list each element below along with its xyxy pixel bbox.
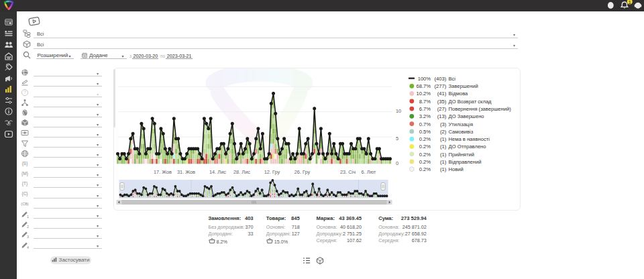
svg-text:(3): (3)	[440, 121, 447, 127]
svg-text:(2): (2)	[440, 128, 447, 134]
svg-text:{CB}: {CB}	[21, 202, 28, 206]
svg-text:{C}: {C}	[21, 191, 28, 197]
svg-text:Завершений: Завершений	[448, 83, 478, 89]
svg-text:0.2%: 0.2%	[419, 151, 431, 157]
svg-text:Відправлений: Відправлений	[448, 158, 481, 164]
svg-text:Прийнятий: Прийнятий	[448, 151, 474, 157]
svg-text:10.2%: 10.2%	[416, 91, 431, 97]
svg-text:0.2%: 0.2%	[419, 136, 431, 142]
svg-text:6. Лют: 6. Лют	[361, 169, 376, 175]
svg-text:0.7%: 0.7%	[419, 121, 431, 127]
svg-text:14. Лис: 14. Лис	[209, 169, 225, 175]
svg-text:(35): (35)	[437, 98, 446, 104]
svg-text:3: 3	[27, 235, 29, 238]
svg-text:28. Лис: 28. Лис	[233, 169, 250, 175]
svg-text:(27): (27)	[437, 106, 446, 112]
svg-text:10: 10	[396, 107, 401, 113]
svg-text:5: 5	[396, 135, 398, 141]
svg-text:26. Гру: 26. Гру	[294, 169, 310, 175]
svg-text:Повернення (завершений): Повернення (завершений)	[448, 106, 511, 112]
svg-text:1: 1	[629, 0, 631, 5]
svg-text:ДО Возврат склад: ДО Возврат склад	[448, 98, 492, 104]
svg-text:17. Жов: 17. Жов	[153, 169, 171, 175]
svg-text:(403): (403)	[434, 75, 446, 81]
svg-text:(1): (1)	[440, 144, 447, 150]
svg-text:Нема в наявності: Нема в наявності	[448, 136, 490, 142]
svg-text:1: 1	[27, 215, 29, 218]
svg-text:(1): (1)	[440, 166, 447, 172]
svg-text:ДО Завершено: ДО Завершено	[448, 113, 484, 119]
svg-text:31. Жов: 31. Жов	[176, 169, 195, 175]
svg-text:?: ?	[23, 90, 26, 95]
svg-text:68.7%: 68.7%	[416, 83, 431, 89]
svg-text:23. Січ: 23. Січ	[339, 169, 355, 175]
svg-text:0.2%: 0.2%	[419, 166, 431, 172]
svg-text:8.7%: 8.7%	[419, 98, 431, 104]
svg-text:0.5%: 0.5%	[419, 128, 431, 134]
svg-text:(41): (41)	[437, 91, 446, 97]
svg-text:Утилізація: Утилізація	[448, 121, 473, 127]
svg-text:Відмова: Відмова	[448, 91, 468, 97]
svg-text:0: 0	[396, 160, 398, 166]
svg-text:100%: 100%	[417, 75, 431, 81]
svg-text:(1): (1)	[440, 136, 447, 142]
svg-text:4: 4	[27, 245, 29, 248]
svg-text:(1): (1)	[440, 151, 447, 157]
svg-text:12. Гру: 12. Гру	[264, 169, 280, 175]
svg-text:{S}: {S}	[22, 161, 29, 166]
svg-text:Всі: Всі	[448, 75, 455, 81]
svg-text:0.2%: 0.2%	[419, 158, 431, 164]
svg-text:Самовивіз: Самовивіз	[448, 128, 473, 134]
svg-text:{M}: {M}	[21, 171, 29, 176]
svg-text:(13): (13)	[437, 113, 446, 119]
svg-text:Новий: Новий	[448, 166, 463, 172]
svg-text:0.2%: 0.2%	[419, 144, 431, 150]
svg-text:{T}: {T}	[22, 181, 28, 186]
svg-text:(277): (277)	[434, 83, 446, 89]
svg-text:(1): (1)	[440, 158, 447, 164]
svg-text:ДО Отправлено: ДО Отправлено	[448, 144, 486, 150]
svg-text:2: 2	[27, 225, 29, 228]
svg-text:3.2%: 3.2%	[419, 113, 431, 119]
svg-text:6.7%: 6.7%	[419, 106, 431, 112]
